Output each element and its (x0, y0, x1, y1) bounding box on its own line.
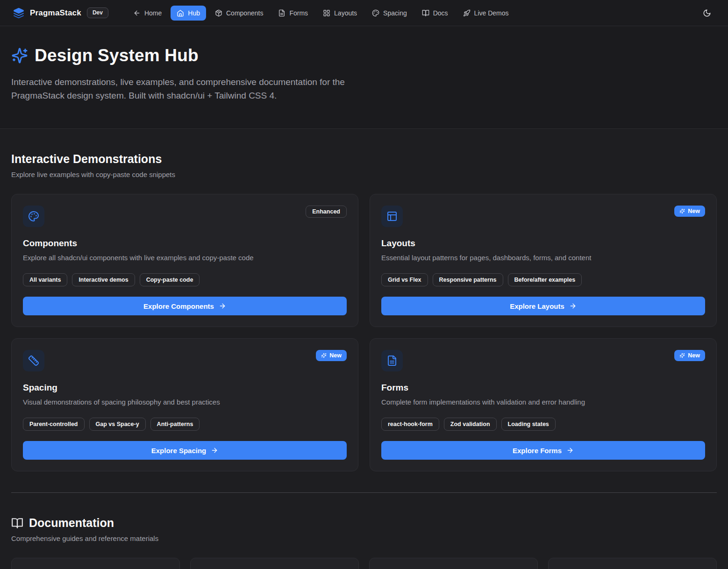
top-navbar: PragmaStack Dev Home Hub Components Form… (0, 0, 728, 26)
docs-section-subtitle: Comprehensive guides and reference mater… (11, 534, 717, 542)
explore-forms-button[interactable]: Explore Forms (381, 441, 705, 460)
rocket-icon (463, 9, 471, 17)
nav-item-label: Spacing (383, 9, 407, 17)
new-badge: New (316, 350, 347, 361)
doc-card-quick-start[interactable]: Quick Start 5-minute crash course (11, 558, 180, 569)
moon-icon (703, 9, 711, 17)
palette-icon (23, 206, 44, 227)
explore-components-button[interactable]: Explore Components (23, 297, 347, 315)
demo-card-forms: New Forms Complete form implementations … (370, 338, 717, 471)
palette-icon (372, 9, 379, 17)
explore-layouts-button[interactable]: Explore Layouts (381, 297, 705, 315)
nav-item-home[interactable]: Home (127, 6, 168, 21)
arrow-left-icon (133, 9, 141, 17)
card-title: Components (23, 238, 347, 249)
file-text-icon (278, 9, 285, 17)
nav-item-forms[interactable]: Forms (272, 6, 314, 21)
docs-grid: Quick Start 5-minute crash course Comple… (11, 558, 717, 569)
demos-section-subtitle: Explore live examples with copy-paste co… (11, 171, 717, 178)
card-description: Complete form implementations with valid… (381, 397, 705, 407)
panels-top-left-icon (381, 206, 403, 227)
page-title: Design System Hub (35, 46, 199, 65)
explore-spacing-button[interactable]: Explore Spacing (23, 441, 347, 460)
new-badge: New (674, 206, 705, 217)
tag-row: All variants Interactive demos Copy-past… (23, 273, 347, 286)
doc-card-ai-guidelines[interactable]: AI Guidelines Rules for AI code generati… (369, 558, 538, 569)
tag-row: Grid vs Flex Responsive patterns Before/… (381, 273, 705, 286)
tag-badge: Before/after examples (508, 273, 582, 286)
arrow-right-icon (569, 302, 577, 310)
nav-item-hub[interactable]: Hub (171, 6, 206, 21)
nav-item-components[interactable]: Components (209, 6, 269, 21)
button-label: Explore Forms (513, 447, 562, 455)
tag-row: react-hook-form Zod validation Loading s… (381, 418, 705, 431)
nav-item-docs[interactable]: Docs (416, 6, 454, 21)
tag-badge: Copy-paste code (140, 273, 200, 286)
doc-card-quick-reference[interactable]: Quick Reference Cheat sheet for lookups (548, 558, 717, 569)
book-open-icon (11, 517, 23, 529)
hero-section: Design System Hub Interactive demonstrat… (0, 26, 728, 129)
button-label: Explore Spacing (151, 447, 207, 455)
nav-item-label: Components (226, 9, 263, 17)
tag-badge: Responsive patterns (433, 273, 503, 286)
ruler-icon (23, 350, 44, 371)
tag-badge: Anti-patterns (150, 418, 200, 431)
tag-badge: Gap vs Space-y (89, 418, 146, 431)
brand-name: PragmaStack (30, 8, 81, 18)
main-nav: Home Hub Components Forms Layouts Spacin… (127, 6, 680, 21)
demos-section-head: Interactive Demonstrations Explore live … (11, 129, 717, 178)
new-badge: New (674, 350, 705, 361)
sparkles-icon (11, 47, 28, 64)
card-title: Layouts (381, 238, 705, 249)
nav-item-live-demos[interactable]: Live Demos (457, 6, 515, 21)
sparkles-icon (321, 353, 327, 358)
tag-badge: react-hook-form (381, 418, 439, 431)
button-label: Explore Layouts (510, 302, 564, 310)
nav-item-layouts[interactable]: Layouts (317, 6, 363, 21)
doc-card-complete-documentation[interactable]: Complete Documentation Full design syste… (190, 558, 359, 569)
card-description: Visual demonstrations of spacing philoso… (23, 397, 347, 407)
brand-group: PragmaStack Dev (13, 7, 108, 19)
tag-badge: All variants (23, 273, 67, 286)
main-content: Interactive Demonstrations Explore live … (0, 129, 728, 569)
button-label: Explore Components (143, 302, 214, 310)
demos-grid: Enhanced Components Explore all shadcn/u… (11, 194, 717, 471)
tag-badge: Loading states (501, 418, 556, 431)
card-title: Forms (381, 383, 705, 393)
nav-item-label: Docs (433, 9, 448, 17)
nav-item-label: Home (144, 9, 162, 17)
tag-badge: Interactive demos (72, 273, 135, 286)
nav-item-label: Live Demos (474, 9, 509, 17)
house-icon (177, 9, 184, 17)
page-description: Interactive demonstrations, live example… (11, 76, 366, 102)
file-text-icon (381, 350, 403, 371)
design-system-hub-page: PragmaStack Dev Home Hub Components Form… (0, 0, 728, 569)
package-icon (215, 9, 222, 17)
demo-card-spacing: New Spacing Visual demonstrations of spa… (11, 338, 358, 471)
card-description: Explore all shadcn/ui components with li… (23, 253, 347, 263)
tag-badge: Zod validation (444, 418, 497, 431)
docs-section-title: Documentation (29, 516, 114, 530)
tag-badge: Parent-controlled (23, 418, 85, 431)
arrow-right-icon (219, 302, 226, 310)
card-title: Spacing (23, 383, 347, 393)
badge-label: New (688, 352, 700, 359)
theme-toggle-button[interactable] (699, 5, 715, 21)
enhanced-badge: Enhanced (306, 206, 347, 218)
sparkles-icon (679, 208, 685, 214)
demo-card-components: Enhanced Components Explore all shadcn/u… (11, 194, 358, 327)
nav-item-label: Forms (289, 9, 308, 17)
nav-item-label: Hub (188, 9, 200, 17)
nav-item-label: Layouts (334, 9, 357, 17)
docs-section-head: Documentation Comprehensive guides and r… (11, 493, 717, 542)
demos-section-title: Interactive Demonstrations (11, 152, 162, 166)
nav-item-spacing[interactable]: Spacing (366, 6, 413, 21)
badge-label: New (329, 352, 342, 359)
sparkles-icon (679, 353, 685, 358)
card-description: Essential layout patterns for pages, das… (381, 253, 705, 263)
badge-label: New (688, 207, 700, 215)
arrow-right-icon (566, 447, 574, 454)
demo-card-layouts: New Layouts Essential layout patterns fo… (370, 194, 717, 327)
layout-grid-icon (323, 9, 330, 17)
layers-icon (13, 7, 24, 19)
